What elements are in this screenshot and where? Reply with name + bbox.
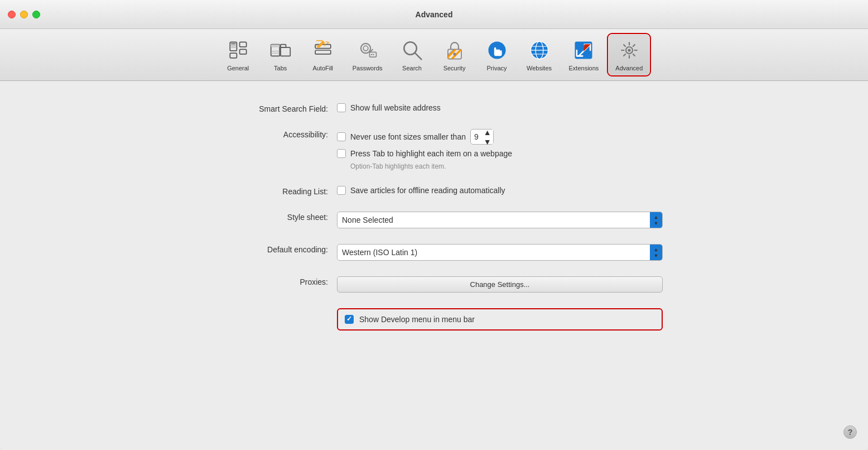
general-label: General (227, 65, 249, 71)
tab-search[interactable]: Search (393, 35, 432, 75)
accessibility-row: Accessibility: Never use font sizes smal… (205, 129, 663, 170)
font-size-select[interactable]: 9 ▲ ▼ (470, 129, 494, 145)
font-size-arrows: ▲ ▼ (482, 130, 493, 144)
svg-rect-4 (239, 42, 246, 47)
tab-extensions[interactable]: Extensions (562, 35, 606, 75)
smart-search-label: Smart Search Field: (205, 103, 328, 113)
svg-point-18 (361, 44, 370, 53)
reading-list-label: Reading List: (205, 186, 328, 196)
proxies-button[interactable]: Change Settings... (337, 276, 663, 293)
tab-highlight-hint: Option-Tab highlights each item. (337, 162, 663, 170)
passwords-label: Passwords (353, 65, 383, 71)
svg-rect-14 (315, 50, 331, 54)
smart-search-row: Smart Search Field: Show full website ad… (205, 103, 663, 113)
settings-table: Smart Search Field: Show full website ad… (205, 103, 663, 331)
develop-menu-control: Show Develop menu in menu bar (337, 308, 663, 331)
tab-highlight-checkbox[interactable] (337, 149, 346, 158)
reading-list-checkbox[interactable] (337, 186, 346, 195)
titlebar: Advanced (0, 0, 868, 29)
passwords-icon (355, 38, 380, 63)
svg-line-50 (633, 45, 635, 46)
font-size-value: 9 (474, 132, 479, 141)
smart-search-checkbox-row: Show full website address (337, 103, 663, 112)
reading-list-checkbox-row: Save articles for offline reading automa… (337, 186, 663, 195)
svg-line-49 (633, 54, 635, 56)
smart-search-checkbox[interactable] (337, 103, 346, 112)
svg-rect-6 (230, 53, 237, 58)
tab-tabs[interactable]: Tabs (261, 35, 300, 75)
tab-privacy[interactable]: Privacy (478, 35, 517, 75)
svg-point-19 (363, 46, 368, 51)
svg-rect-9 (281, 47, 290, 56)
tab-autofill[interactable]: AutoFill (303, 35, 343, 75)
font-size-checkbox[interactable] (337, 132, 346, 141)
proxies-row: Proxies: Change Settings... (205, 276, 663, 293)
privacy-label: Privacy (486, 65, 507, 71)
proxies-label: Proxies: (205, 276, 328, 286)
font-size-label: Never use font sizes smaller than (350, 132, 466, 141)
svg-rect-2 (231, 45, 236, 46)
tab-advanced[interactable]: Advanced (609, 35, 649, 75)
reading-list-checkbox-label: Save articles for offline reading automa… (350, 186, 505, 195)
tab-highlight-row: Press Tab to highlight each item on a we… (337, 149, 663, 158)
develop-menu-checkbox[interactable] (345, 315, 354, 324)
encoding-control: Western (ISO Latin 1) ▲ ▼ (337, 244, 663, 261)
encoding-value: Western (ISO Latin 1) (342, 248, 417, 257)
tab-websites[interactable]: Websites (520, 35, 559, 75)
minimize-button[interactable] (20, 11, 28, 18)
maximize-button[interactable] (32, 11, 40, 18)
svg-point-43 (628, 49, 630, 51)
svg-rect-3 (231, 47, 236, 47)
svg-rect-10 (281, 45, 286, 47)
stylesheet-arrows: ▲ ▼ (650, 212, 662, 228)
advanced-icon (617, 38, 642, 63)
stylesheet-value: None Selected (342, 216, 393, 224)
privacy-icon (485, 38, 509, 63)
search-label: Search (402, 65, 422, 71)
develop-menu-highlighted: Show Develop menu in menu bar (337, 308, 663, 331)
security-icon (442, 38, 467, 63)
svg-point-23 (373, 54, 374, 55)
stylesheet-row: Style sheet: None Selected ▲ ▼ (205, 212, 663, 228)
websites-icon (527, 38, 552, 63)
close-button[interactable] (8, 11, 16, 18)
tab-general[interactable]: General (219, 35, 258, 75)
stylesheet-label: Style sheet: (205, 212, 328, 222)
svg-point-22 (370, 54, 372, 55)
websites-label: Websites (527, 65, 552, 71)
general-icon (226, 38, 250, 63)
toolbar: General Tabs (0, 29, 868, 81)
advanced-label: Advanced (615, 65, 643, 71)
extensions-icon (571, 38, 596, 63)
autofill-label: AutoFill (312, 65, 333, 71)
traffic-lights (8, 11, 40, 18)
reading-list-row: Reading List: Save articles for offline … (205, 186, 663, 196)
help-button[interactable]: ? (843, 425, 857, 439)
main-window: Advanced General (0, 0, 868, 450)
encoding-row: Default encoding: Western (ISO Latin 1) … (205, 244, 663, 261)
svg-rect-8 (271, 45, 279, 47)
content-area: Smart Search Field: Show full website ad… (0, 81, 868, 450)
svg-rect-5 (239, 49, 246, 54)
develop-menu-label: Show Develop menu in menu bar (359, 315, 475, 324)
stylesheet-select[interactable]: None Selected ▲ ▼ (337, 212, 663, 228)
encoding-arrows: ▲ ▼ (650, 245, 662, 260)
smart-search-checkbox-label: Show full website address (350, 103, 441, 112)
svg-rect-1 (231, 43, 236, 45)
tabs-label: Tabs (274, 65, 287, 71)
window-title: Advanced (416, 10, 453, 19)
svg-line-48 (624, 45, 625, 46)
security-label: Security (443, 65, 466, 71)
extensions-label: Extensions (569, 65, 599, 71)
reading-list-control: Save articles for offline reading automa… (337, 186, 663, 195)
develop-menu-row: Show Develop menu in menu bar (205, 308, 663, 331)
svg-point-32 (453, 52, 456, 55)
encoding-label: Default encoding: (205, 244, 328, 254)
smart-search-control: Show full website address (337, 103, 663, 112)
accessibility-control: Never use font sizes smaller than 9 ▲ ▼ … (337, 129, 663, 170)
tab-passwords[interactable]: Passwords (346, 35, 389, 75)
svg-line-25 (415, 53, 421, 59)
tab-security[interactable]: Security (435, 35, 474, 75)
encoding-select[interactable]: Western (ISO Latin 1) ▲ ▼ (337, 244, 663, 261)
svg-line-51 (624, 54, 625, 56)
